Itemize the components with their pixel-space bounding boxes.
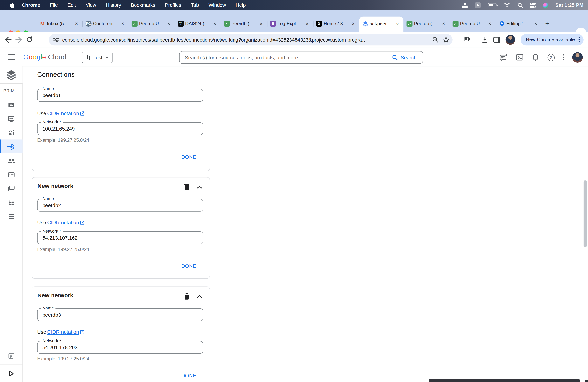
network-input[interactable] xyxy=(38,232,203,244)
sidebar-collapse-icon[interactable] xyxy=(0,366,22,380)
cloud-search-input[interactable] xyxy=(180,55,386,60)
menu-help[interactable]: Help xyxy=(236,2,246,8)
cidr-notation-link[interactable]: CIDR notation xyxy=(47,329,84,335)
tab-peerdb-2[interactable]: Peerdb ( × xyxy=(221,17,267,30)
battery-icon[interactable] xyxy=(488,3,496,7)
name-field[interactable]: Name xyxy=(37,89,203,102)
tab-close-icon[interactable]: × xyxy=(166,21,172,27)
network-input[interactable] xyxy=(38,123,203,135)
help-icon[interactable]: ? xyxy=(547,54,555,61)
network-field[interactable]: Network * xyxy=(37,341,203,354)
tab-peerdb-1[interactable]: Peerdb U × xyxy=(128,17,175,30)
address-bar[interactable]: console.cloud.google.com/sql/instances/s… xyxy=(49,34,453,45)
tab-sai-peerdb-active[interactable]: sai-peer × xyxy=(359,17,404,32)
cloud-search-button[interactable]: Search xyxy=(386,51,423,64)
zoom-page-icon[interactable] xyxy=(430,34,441,45)
tab-close-icon[interactable]: × xyxy=(212,21,218,27)
network-input[interactable] xyxy=(38,341,203,353)
cloud-sql-product-icon[interactable] xyxy=(0,66,22,83)
chrome-menu-icon[interactable] xyxy=(579,37,580,42)
tab-conference[interactable]: PG Conferen × xyxy=(83,17,128,30)
done-button[interactable]: DONE xyxy=(181,373,196,379)
sidebar-item-system-insights[interactable] xyxy=(0,112,22,126)
collapse-card-icon[interactable] xyxy=(195,183,204,191)
chrome-profile-avatar[interactable] xyxy=(505,35,515,44)
name-input[interactable] xyxy=(38,89,203,101)
cidr-notation-link[interactable]: CIDR notation xyxy=(47,111,84,116)
siri-icon[interactable] xyxy=(543,2,548,8)
done-button[interactable]: DONE xyxy=(181,154,196,160)
sidebar-item-backups[interactable] xyxy=(0,181,22,195)
download-icon[interactable] xyxy=(482,36,488,43)
cloud-shell-icon[interactable] xyxy=(516,54,524,61)
forward-button[interactable] xyxy=(13,34,24,45)
tab-close-icon[interactable]: × xyxy=(120,21,126,27)
sidebar-item-replicas[interactable] xyxy=(0,195,22,209)
chrome-update-pill[interactable]: New Chrome available xyxy=(521,34,584,45)
google-cloud-logo[interactable]: Google Cloud xyxy=(23,53,66,61)
back-button[interactable] xyxy=(3,34,13,45)
tab-close-icon[interactable]: × xyxy=(487,21,493,27)
menu-bookmarks[interactable]: Bookmarks xyxy=(131,2,155,8)
menu-profiles[interactable]: Profiles xyxy=(165,2,181,8)
tab-editing[interactable]: Editing " × xyxy=(496,17,542,30)
sidebar-item-overview[interactable] xyxy=(0,98,22,112)
menubar-app-icon[interactable] xyxy=(475,2,481,8)
menubar-clock[interactable]: Sat 1:25 PM xyxy=(555,2,584,8)
menu-window[interactable]: Window xyxy=(209,2,226,8)
apple-icon[interactable] xyxy=(10,2,15,8)
url-text[interactable]: console.cloud.google.com/sql/instances/s… xyxy=(62,37,430,42)
sidebar-item-connections[interactable] xyxy=(0,139,22,153)
delete-network-icon[interactable] xyxy=(183,183,191,191)
menu-file[interactable]: File xyxy=(50,2,58,8)
side-panel-icon[interactable] xyxy=(494,37,500,42)
spotlight-search-icon[interactable] xyxy=(517,2,523,8)
sidebar-item-release-notes[interactable] xyxy=(0,349,22,363)
name-input[interactable] xyxy=(38,199,203,211)
collapse-card-icon[interactable] xyxy=(195,292,204,300)
menu-history[interactable]: History xyxy=(106,2,121,8)
tab-close-icon[interactable]: × xyxy=(258,21,264,27)
tab-dais24[interactable]: DAIS DAIS24 ( × xyxy=(175,17,221,30)
nav-menu-icon[interactable] xyxy=(8,54,15,60)
tab-peerdb-4[interactable]: Peerdb U × xyxy=(450,17,496,30)
sidebar-item-users[interactable] xyxy=(0,154,22,168)
bookmark-star-icon[interactable] xyxy=(441,34,451,45)
reload-button[interactable] xyxy=(24,34,34,45)
tab-peerdb-3[interactable]: Peerdb ( × xyxy=(403,17,450,30)
tab-inbox[interactable]: M Inbox (5 × xyxy=(36,17,83,30)
gemini-assist-icon[interactable] xyxy=(499,54,507,61)
vertical-scrollbar-thumb[interactable] xyxy=(584,180,587,247)
tab-close-icon[interactable]: × xyxy=(533,21,539,27)
tab-close-icon[interactable]: × xyxy=(304,21,310,27)
delete-network-icon[interactable] xyxy=(183,292,191,300)
network-field[interactable]: Network * xyxy=(37,232,203,244)
tab-x-home[interactable]: X Home / X × xyxy=(313,17,359,30)
menu-view[interactable]: View xyxy=(86,2,96,8)
new-tab-button[interactable]: + xyxy=(542,18,552,29)
sidebar-item-operations[interactable] xyxy=(0,210,22,223)
tab-close-icon[interactable]: × xyxy=(350,21,356,27)
tab-close-icon[interactable]: × xyxy=(441,21,447,27)
project-picker[interactable]: test xyxy=(82,52,112,63)
name-field[interactable]: Name xyxy=(37,308,203,321)
menu-edit[interactable]: Edit xyxy=(67,2,76,8)
cidr-notation-link[interactable]: CIDR notation xyxy=(47,220,84,225)
menu-chrome[interactable]: Chrome xyxy=(22,2,40,8)
network-field[interactable]: Network * xyxy=(37,122,203,135)
tab-close-icon[interactable]: × xyxy=(395,21,400,27)
name-field[interactable]: Name xyxy=(37,199,203,212)
extensions-icon[interactable] xyxy=(463,36,471,43)
stats-widget-icon[interactable] xyxy=(462,2,468,8)
sidebar-item-query-insights[interactable] xyxy=(0,126,22,139)
more-options-icon[interactable] xyxy=(563,54,564,61)
tab-log-explorer[interactable]: Log Expl × xyxy=(267,17,313,30)
account-avatar[interactable] xyxy=(572,52,583,63)
notifications-bell-icon[interactable] xyxy=(532,53,539,61)
done-button[interactable]: DONE xyxy=(181,263,196,269)
name-input[interactable] xyxy=(38,309,203,321)
sidebar-item-databases[interactable] xyxy=(0,168,22,181)
menu-tab[interactable]: Tab xyxy=(191,2,199,8)
control-center-icon[interactable] xyxy=(530,2,536,8)
cloud-search-bar[interactable]: Search xyxy=(179,51,423,64)
